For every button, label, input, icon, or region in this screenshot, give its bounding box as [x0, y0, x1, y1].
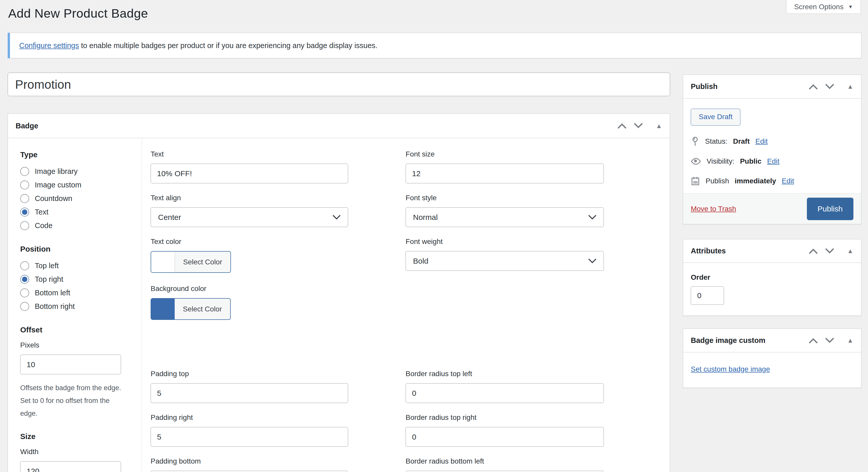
radio-position-bottom-left[interactable]: Bottom left — [20, 286, 131, 300]
text-align-select[interactable]: Center — [151, 207, 348, 227]
position-heading: Position — [20, 244, 131, 254]
radio-type-code[interactable]: Code — [20, 219, 131, 232]
text-field: Text — [151, 150, 348, 183]
badge-image-custom-metabox: Badge image custom ▲ Set custom badge im… — [683, 328, 861, 388]
width-input[interactable] — [20, 461, 121, 472]
background-color-field: Background color Select Color — [151, 284, 348, 321]
schedule-value: immediately — [735, 177, 776, 185]
font-style-field: Font style Normal — [406, 194, 604, 227]
font-size-input[interactable] — [406, 164, 604, 183]
move-up-button[interactable] — [805, 248, 822, 254]
attributes-metabox-body: Order — [683, 263, 861, 305]
publish-metabox-header: Publish ▲ — [683, 75, 861, 98]
move-up-button[interactable] — [805, 338, 822, 343]
border-radius-top-left-label: Border radius top left — [406, 370, 604, 378]
collapse-toggle-button[interactable]: ▲ — [847, 247, 854, 255]
font-weight-select[interactable]: Bold — [406, 251, 604, 271]
radio-type-text[interactable]: Text — [20, 205, 131, 219]
padding-right-input[interactable] — [151, 427, 348, 447]
edit-status-link[interactable]: Edit — [755, 137, 768, 146]
border-radius-top-left-input[interactable] — [406, 383, 604, 403]
text-align-label: Text align — [151, 194, 348, 202]
visibility-value: Public — [740, 157, 762, 165]
chevron-up-icon — [809, 248, 818, 254]
move-down-button[interactable] — [822, 248, 838, 254]
chevron-up-icon — [809, 338, 818, 343]
radio-circle-icon — [20, 302, 29, 311]
chevron-down-icon — [333, 215, 341, 220]
padding-top-label: Padding top — [151, 370, 348, 378]
triangle-up-icon: ▲ — [656, 122, 662, 129]
radio-type-image-library[interactable]: Image library — [20, 165, 131, 178]
padding-right-label: Padding right — [151, 413, 348, 422]
chevron-down-icon — [634, 123, 643, 129]
radio-circle-icon — [20, 181, 29, 189]
text-input[interactable] — [151, 164, 348, 183]
border-radius-top-right-label: Border radius top right — [406, 413, 604, 422]
padding-top-input[interactable] — [151, 383, 348, 403]
pixels-field: Pixels — [20, 341, 131, 374]
radio-position-bottom-right[interactable]: Bottom right — [20, 300, 131, 313]
background-color-label: Background color — [151, 284, 348, 293]
radio-position-top-right[interactable]: Top right — [20, 273, 131, 286]
background-color-picker-button[interactable]: Select Color — [151, 298, 231, 320]
radio-type-countdown[interactable]: Countdown — [20, 192, 131, 205]
page-title: Add New Product Badge — [8, 6, 148, 21]
badge-image-custom-header: Badge image custom ▲ — [683, 329, 861, 352]
publish-button[interactable]: Publish — [807, 198, 854, 220]
collapse-toggle-button[interactable]: ▲ — [847, 337, 854, 344]
move-down-button[interactable] — [822, 338, 838, 343]
font-weight-label: Font weight — [406, 237, 604, 246]
notice-message: to enable multiple badges per product or… — [79, 41, 377, 50]
offset-heading: Offset — [20, 325, 131, 335]
border-radius-top-right-input[interactable] — [406, 427, 604, 447]
border-radius-top-right-field: Border radius top right — [406, 413, 604, 447]
move-up-button[interactable] — [614, 123, 630, 129]
font-style-select[interactable]: Normal — [406, 207, 604, 227]
schedule-row: Publish immediately Edit — [691, 176, 854, 186]
chevron-down-icon — [825, 84, 834, 90]
background-color-swatch — [151, 298, 175, 319]
badge-title-input[interactable] — [8, 73, 670, 96]
font-size-label: Font size — [406, 150, 604, 159]
text-align-field: Text align Center — [151, 194, 348, 227]
order-input[interactable] — [691, 286, 724, 305]
radio-circle-icon — [20, 208, 29, 217]
save-draft-button[interactable]: Save Draft — [691, 109, 740, 126]
screen-options-button[interactable]: Screen Options ▼ — [786, 0, 861, 14]
move-up-button[interactable] — [805, 84, 822, 90]
move-to-trash-link[interactable]: Move to Trash — [691, 205, 736, 213]
text-color-picker-button[interactable]: Select Color — [151, 251, 231, 273]
triangle-up-icon: ▲ — [847, 83, 854, 90]
edit-visibility-link[interactable]: Edit — [767, 157, 779, 165]
radio-type-image-custom[interactable]: Image custom — [20, 178, 131, 192]
text-color-label: Text color — [151, 237, 348, 246]
edit-schedule-link[interactable]: Edit — [782, 177, 794, 185]
info-notice: Configure settings to enable multiple ba… — [8, 33, 861, 58]
chevron-up-icon — [617, 123, 627, 129]
publish-metabox-title: Publish — [691, 82, 718, 91]
collapse-toggle-button[interactable]: ▲ — [656, 122, 662, 130]
width-label: Width — [20, 447, 131, 456]
set-custom-badge-image-link[interactable]: Set custom badge image — [691, 365, 770, 373]
chevron-down-icon: ▼ — [848, 4, 853, 10]
text-color-swatch — [151, 252, 175, 272]
attributes-metabox-header: Attributes ▲ — [683, 239, 861, 263]
status-value: Draft — [733, 137, 750, 146]
screen-options-label: Screen Options — [794, 3, 843, 11]
padding-bottom-input[interactable] — [151, 471, 348, 472]
border-radius-bottom-left-label: Border radius bottom left — [406, 457, 604, 466]
radio-circle-icon — [20, 288, 29, 297]
visibility-label: Visibility: — [707, 157, 734, 165]
eye-icon — [691, 158, 701, 165]
move-down-button[interactable] — [822, 84, 838, 90]
badge-metabox-header: Badge ▲ — [8, 114, 670, 138]
status-row: Status: Draft Edit — [691, 136, 854, 147]
radio-position-top-left[interactable]: Top left — [20, 259, 131, 273]
move-down-button[interactable] — [630, 123, 647, 129]
pixels-input[interactable] — [20, 355, 121, 374]
border-radius-bottom-left-input[interactable] — [406, 471, 604, 472]
border-radius-fields: Border radius top left Border radius top… — [406, 370, 604, 472]
configure-settings-link[interactable]: Configure settings — [19, 41, 79, 50]
collapse-toggle-button[interactable]: ▲ — [847, 83, 854, 90]
